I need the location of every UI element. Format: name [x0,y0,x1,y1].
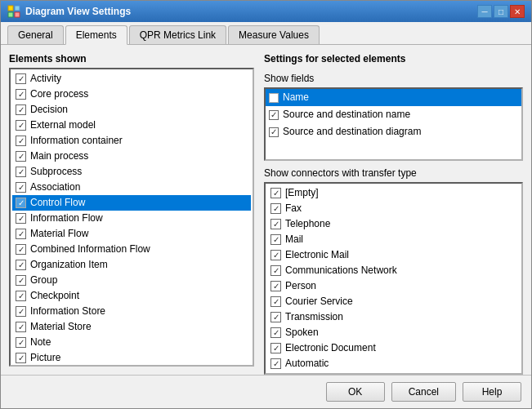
connector-item[interactable]: Electronic Mail [267,247,520,263]
field-item[interactable]: Name [266,89,521,106]
connectors-section: Show connectors with transfer type [Empt… [264,167,523,375]
tab-elements[interactable]: Elements [65,25,127,45]
connector-item[interactable]: Communications Network [267,263,520,278]
window-icon [7,5,20,18]
list-item[interactable]: Material Store [12,319,251,335]
svg-rect-3 [15,12,20,17]
connector-item[interactable]: Mail [267,232,520,247]
list-item[interactable]: Control Flow [12,195,251,211]
list-item[interactable]: Combined Information Flow [12,242,251,257]
connectors-list-container: [Empty]FaxTelephoneMailElectronic MailCo… [264,182,523,375]
list-item[interactable]: Organization Item [12,257,251,273]
tab-bar: General Elements QPR Metrics Link Measur… [1,22,531,45]
list-item[interactable]: Subprocess [12,164,251,180]
list-item[interactable]: Information container [12,133,251,149]
window-controls: ─ □ ✕ [477,5,525,18]
show-fields-section: Show fields NameSource and destination n… [264,73,523,161]
maximize-button[interactable]: □ [494,5,508,18]
title-bar: Diagram View Settings ─ □ ✕ [1,1,531,22]
list-item[interactable]: Material Flow [12,226,251,242]
connector-item[interactable]: Transmission [267,309,520,325]
fields-list[interactable]: NameSource and destination nameSource an… [264,87,523,161]
elements-list[interactable]: ActivityCore processDecisionExternal mod… [9,68,254,367]
list-item[interactable]: Information Store [12,304,251,319]
list-item[interactable]: Association [12,180,251,195]
svg-rect-0 [8,6,13,11]
connector-item[interactable]: Person [267,278,520,294]
list-item[interactable]: Text [12,366,251,367]
list-item[interactable]: External model [12,118,251,133]
svg-rect-2 [8,12,13,17]
connector-item[interactable]: Spoken [267,325,520,340]
list-item[interactable]: Decision [12,102,251,118]
list-item[interactable]: Information Flow [12,211,251,226]
close-button[interactable]: ✕ [510,5,525,18]
settings-title: Settings for selected elements [264,53,523,64]
field-item[interactable]: Source and destination name [266,106,521,123]
connectors-list[interactable]: [Empty]FaxTelephoneMailElectronic MailCo… [266,184,521,373]
tab-measure[interactable]: Measure Values [228,25,320,44]
list-item[interactable]: Note [12,335,251,350]
connector-item[interactable]: Fax [267,201,520,216]
svg-rect-1 [15,6,20,11]
tab-general[interactable]: General [7,25,64,44]
field-item[interactable]: Source and destination diagram [266,123,521,140]
tab-qpr[interactable]: QPR Metrics Link [129,25,226,44]
show-fields-label: Show fields [264,73,523,84]
ok-button[interactable]: OK [326,382,385,402]
left-panel: Elements shown ActivityCore processDecis… [9,53,254,367]
dialog-window: Diagram View Settings ─ □ ✕ General Elem… [0,0,532,409]
main-content: Elements shown ActivityCore processDecis… [1,45,531,375]
connector-item[interactable]: Automatic [267,356,520,371]
elements-shown-title: Elements shown [9,53,254,64]
bottom-bar: OK Cancel Help [1,375,531,408]
minimize-button[interactable]: ─ [477,5,492,18]
right-panel: Settings for selected elements Show fiel… [264,53,523,367]
connector-item[interactable]: Telephone [267,216,520,232]
window-title: Diagram View Settings [25,6,131,17]
connector-item[interactable]: Courier Service [267,294,520,309]
list-item[interactable]: Checkpoint [12,288,251,304]
connectors-label: Show connectors with transfer type [264,167,523,179]
help-button[interactable]: Help [463,382,521,402]
list-item[interactable]: Main process [12,149,251,164]
cancel-button[interactable]: Cancel [391,382,456,402]
list-item[interactable]: Picture [12,350,251,366]
connector-item[interactable]: [Empty] [267,185,520,201]
list-item[interactable]: Core process [12,87,251,102]
list-item[interactable]: Activity [12,71,251,87]
list-item[interactable]: Group [12,273,251,288]
connector-item[interactable]: Electronic Document [267,340,520,356]
